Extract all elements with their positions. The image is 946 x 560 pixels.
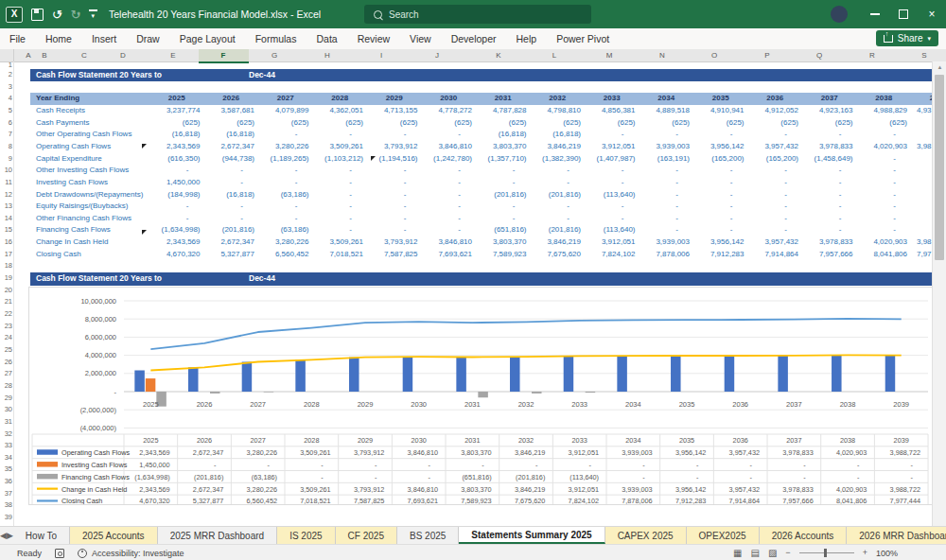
row-header-9[interactable]: 9 (0, 153, 12, 166)
cell[interactable]: - (367, 224, 422, 236)
cell[interactable]: - (585, 165, 639, 177)
cell[interactable]: 4,856,381 (585, 105, 639, 117)
cell[interactable]: (1,458,649) (802, 153, 857, 166)
cell[interactable]: - (476, 213, 531, 225)
cell[interactable]: 2,672,347 (204, 236, 259, 249)
cell[interactable]: 7,018,521 (313, 249, 368, 261)
cell[interactable]: - (639, 224, 694, 236)
row-header-12[interactable]: 12 (0, 189, 12, 201)
row-header-2[interactable]: 2 (0, 69, 12, 81)
menu-tab-help[interactable]: Help (517, 33, 537, 44)
cashflow-chart[interactable]: 10,000,0008,000,0006,000,0004,000,0002,0… (28, 287, 933, 505)
row-header-7[interactable]: 7 (0, 129, 12, 141)
cell[interactable]: - (693, 177, 748, 189)
cell[interactable]: 3,846,810 (422, 236, 477, 249)
cell[interactable]: (625) (367, 117, 422, 130)
cell[interactable]: - (313, 165, 368, 177)
cell[interactable]: (1,242,780) (422, 153, 477, 166)
cell[interactable]: - (857, 201, 912, 213)
cell[interactable]: (165,200) (693, 153, 748, 166)
menu-tab-data[interactable]: Data (316, 33, 337, 44)
cell[interactable]: 7,693,621 (422, 249, 477, 261)
cell[interactable]: 7,957,666 (802, 249, 857, 261)
cell[interactable]: - (857, 177, 912, 189)
row-header-39[interactable]: 39 (0, 512, 12, 524)
cell[interactable]: - (693, 129, 748, 141)
cell[interactable]: - (693, 189, 748, 201)
cell[interactable]: 3,803,370 (476, 236, 531, 249)
cell[interactable]: 3,939,003 (639, 141, 694, 153)
menu-tab-formulas[interactable]: Formulas (255, 33, 297, 44)
row-header-37[interactable]: 37 (0, 488, 12, 500)
cell[interactable]: - (748, 129, 803, 141)
cell[interactable]: (63,186) (258, 224, 313, 236)
cell[interactable]: - (476, 177, 531, 189)
row-header-28[interactable]: 28 (0, 380, 12, 393)
row-header-31[interactable]: 31 (0, 416, 12, 429)
cell[interactable]: 4,362,051 (313, 105, 368, 117)
cell[interactable]: - (367, 165, 422, 177)
cell[interactable]: - (748, 213, 803, 225)
row-header-4[interactable]: 4 (0, 93, 12, 105)
cell[interactable]: - (204, 165, 259, 177)
cell[interactable]: (625) (149, 117, 204, 130)
column-header-Q[interactable]: Q (816, 49, 822, 61)
cell[interactable]: (1,407,987) (585, 153, 639, 166)
year-header-2030[interactable]: 2030 (422, 93, 477, 105)
cell[interactable]: 7,914,864 (748, 249, 803, 261)
cell[interactable]: 3,280,226 (258, 236, 313, 249)
cell[interactable]: 1,450,000 (149, 177, 204, 189)
cell[interactable]: 4,787,828 (476, 105, 531, 117)
year-header-2038[interactable]: 2038 (857, 93, 912, 105)
cell[interactable]: - (639, 165, 694, 177)
column-header-D[interactable]: D (120, 49, 126, 61)
cell[interactable]: - (857, 153, 912, 166)
cell[interactable]: 3,587,681 (204, 105, 259, 117)
macro-record-icon[interactable] (55, 549, 64, 558)
row-header-30[interactable]: 30 (0, 404, 12, 416)
scrollbar-thumb[interactable] (935, 75, 944, 260)
cell[interactable]: - (422, 165, 477, 177)
cell[interactable]: - (693, 213, 748, 225)
cell[interactable]: 7,587,825 (367, 249, 422, 261)
cell[interactable]: - (367, 177, 422, 189)
cell[interactable]: - (802, 129, 857, 141)
row-header-38[interactable]: 38 (0, 499, 12, 512)
cell[interactable]: 3,956,142 (693, 141, 748, 153)
cell[interactable]: (625) (639, 117, 694, 130)
cell[interactable]: (625) (422, 117, 477, 130)
year-header-2025[interactable]: 2025 (149, 93, 204, 105)
cell[interactable]: - (258, 201, 313, 213)
cell[interactable]: - (313, 213, 368, 225)
row-header-22[interactable]: 22 (0, 308, 12, 321)
year-header-2031[interactable]: 2031 (476, 93, 531, 105)
user-avatar[interactable] (831, 6, 848, 23)
cell[interactable]: (651,816) (476, 224, 531, 236)
cell[interactable]: 2,343,569 (149, 236, 204, 249)
cell[interactable]: (165,200) (748, 153, 803, 166)
cell[interactable]: 4,778,272 (422, 105, 477, 117)
zoom-slider[interactable] (799, 552, 854, 553)
sheet-tab-is-2025[interactable]: IS 2025 (277, 527, 335, 544)
customize-qat-dropdown[interactable]: ▾ (89, 9, 97, 20)
row-header-29[interactable]: 29 (0, 393, 12, 405)
year-header-2034[interactable]: 2034 (639, 93, 694, 105)
menu-tab-review[interactable]: Review (358, 33, 390, 44)
column-header-N[interactable]: N (659, 49, 665, 61)
cell[interactable]: 4,798,810 (531, 105, 586, 117)
cell[interactable]: (1,357,710) (476, 153, 531, 166)
cell[interactable]: - (149, 201, 204, 213)
cell[interactable]: 7,878,006 (639, 249, 694, 261)
scroll-up-arrow[interactable]: ▲ (933, 61, 946, 73)
year-header-2027[interactable]: 2027 (258, 93, 313, 105)
cell[interactable]: - (639, 213, 694, 225)
cell[interactable]: - (367, 129, 422, 141)
cell[interactable]: 3,846,810 (422, 141, 477, 153)
cell[interactable]: 7,675,620 (531, 249, 586, 261)
accessibility-status[interactable]: Accessibility: Investigate (78, 549, 184, 558)
row-header-13[interactable]: 13 (0, 201, 12, 213)
cell[interactable]: 3,509,261 (313, 141, 368, 153)
cell[interactable]: (16,818) (204, 129, 259, 141)
cell[interactable]: - (748, 201, 803, 213)
row-header-32[interactable]: 32 (0, 429, 12, 441)
